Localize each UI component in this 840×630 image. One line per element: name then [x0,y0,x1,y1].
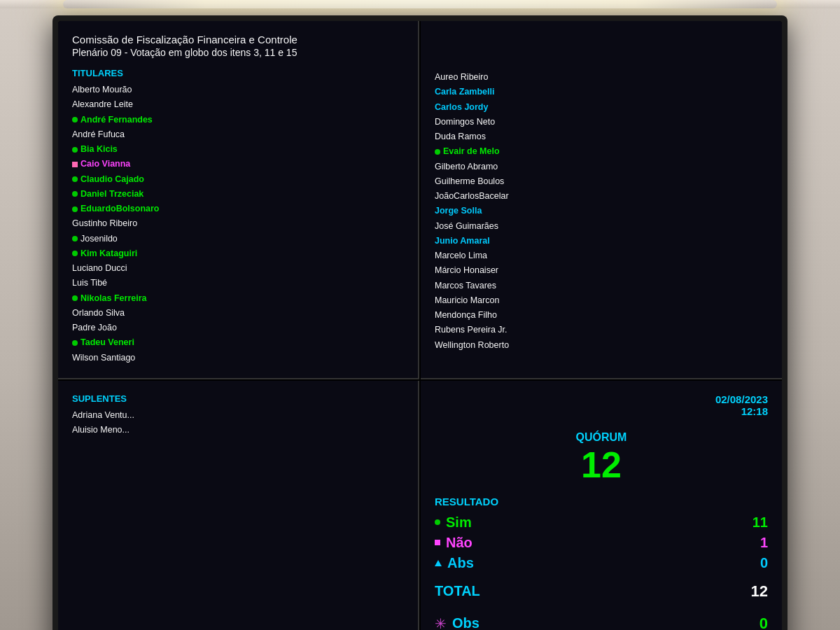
suplentes-list: Adriana Ventu...Aluisio Meno... [72,408,404,438]
obs-row: ✳ Obs 0 [435,615,768,630]
name-text: André Fufuca [72,127,125,142]
titular-name: Marcelo Lima [435,248,768,263]
name-text: Carlos Jordy [435,100,488,115]
suplente-name: Adriana Ventu... [72,408,404,423]
nao-label: Não [446,535,741,551]
resultado-nao-row: Não 1 [435,535,768,551]
titular-name: Kim Kataguiri [72,246,404,261]
titular-name: Orlando Silva [72,306,404,321]
name-text: Aluisio Meno... [72,423,130,438]
vote-dot-green [72,147,78,153]
name-text: EduardoBolsonaro [80,202,160,216]
obs-label: Obs [452,615,479,630]
name-text: Tadeu Veneri [80,335,134,350]
titulares-col1: Alberto MourãoAlexandre LeiteAndré Ferna… [72,83,404,365]
name-text: Bia Kicis [80,142,118,157]
name-text: Adriana Ventu... [72,408,134,423]
vote-dot-green [72,117,78,122]
vote-dot-green [72,176,78,182]
total-value: 12 [751,582,768,601]
quorum-label: QUÓRUM [435,431,768,444]
name-text: Luis Tibé [72,276,107,290]
name-text: Marcelo Lima [435,248,487,263]
titular-name: Alberto Mourão [72,83,404,97]
name-text: Gustinho Ribeiro [72,216,137,231]
screen-area: Comissão de Fiscalização Financeira e Co… [52,15,788,630]
vote-dot-green [72,206,78,212]
name-text: Carla Zambelli [435,85,494,99]
vote-dot-green [72,295,78,301]
commission-title: Comissão de Fiscalização Financeira e Co… [72,34,404,46]
nao-square [435,540,440,545]
name-text: Duda Ramos [435,130,486,144]
name-text: Márcio Honaiser [435,263,498,278]
name-text: Claudio Cajado [80,172,144,187]
suplentes-label: SUPLENTES [72,393,404,404]
vote-dot-pink [72,162,78,167]
titular-name: Guilherme Boulos [435,174,768,189]
titular-name: Caio Vianna [72,157,404,172]
tv-screen: Comissão de Fiscalização Financeira e Co… [58,21,782,630]
sim-value: 11 [747,514,768,531]
name-text: Jorge Solla [435,204,482,218]
name-text: Domingos Neto [435,115,495,130]
datetime-block: 02/08/2023 12:18 [435,393,768,417]
name-text: Marcos Tavares [435,279,496,293]
titular-name: Mauricio Marcon [435,293,768,308]
titular-name: Wellington Roberto [435,338,768,353]
titular-name: Padre João [72,321,404,335]
name-text: Evair de Melo [443,144,500,159]
vote-dot-green [72,340,78,346]
name-text: Daniel Trzeciak [80,187,144,202]
titular-name: André Fufuca [72,127,404,142]
titular-name: Jorge Solla [435,204,768,218]
titular-name: Mendonça Filho [435,308,768,323]
titular-name: Duda Ramos [435,130,768,144]
titular-name: Luciano Ducci [72,261,404,276]
titular-name: Luis Tibé [72,276,404,290]
titular-name: Carla Zambelli [435,85,768,99]
name-text: Wellington Roberto [435,338,509,353]
vote-dot-green [72,251,78,256]
titular-name: EduardoBolsonaro [72,202,404,216]
name-text: Mauricio Marcon [435,293,499,308]
titular-name: Márcio Honaiser [435,263,768,278]
obs-star: ✳ [435,615,447,630]
tv-bezel: Comissão de Fiscalização Financeira e Co… [52,15,788,630]
panel-bottom-right: 02/08/2023 12:18 QUÓRUM 12 RESULTADO Sim… [421,381,782,630]
quorum-value: 12 [435,447,768,483]
name-text: Kim Kataguiri [80,246,137,261]
titulares-label: TITULARES [72,68,404,78]
abs-value: 0 [747,555,768,571]
titular-name: Marcos Tavares [435,279,768,293]
name-text: Guilherme Boulos [435,174,504,189]
total-label: TOTAL [435,583,480,599]
name-text: André Fernandes [80,113,153,127]
resultado-abs-row: Abs 0 [435,555,768,571]
abs-label: Abs [447,555,741,571]
session-title: Plenário 09 - Votação em globo dos itens… [72,47,404,58]
titular-name: André Fernandes [72,113,404,127]
titular-name: Domingos Neto [435,115,768,130]
name-text: JoãoCarlosBacelar [435,189,509,204]
time-display: 12:18 [435,405,768,417]
resultado-sim-row: Sim 11 [435,514,768,531]
name-text: Orlando Silva [72,306,125,321]
name-text: Nikolas Ferreira [80,291,147,306]
name-text: Gilberto Abramo [435,160,498,174]
panel-bottom-left: SUPLENTES Adriana Ventu...Aluisio Meno..… [58,381,419,630]
titulares-col2: Aureo RibeiroCarla ZambelliCarlos JordyD… [435,70,768,353]
name-text: Padre João [72,321,117,335]
ceiling [0,0,840,8]
titular-name: Gilberto Abramo [435,160,768,174]
titular-name: José Guimarães [435,219,768,234]
titular-name: Gustinho Ribeiro [72,216,404,231]
titular-name: Tadeu Veneri [72,335,404,350]
suplente-name: Aluisio Meno... [72,423,404,438]
resultado-label: RESULTADO [435,496,768,507]
titular-name: Wilson Santiago [72,351,404,365]
name-text: Junio Amaral [435,234,490,248]
titular-name: Bia Kicis [72,142,404,157]
vote-dot-green [435,149,440,155]
sim-dot [435,519,440,525]
